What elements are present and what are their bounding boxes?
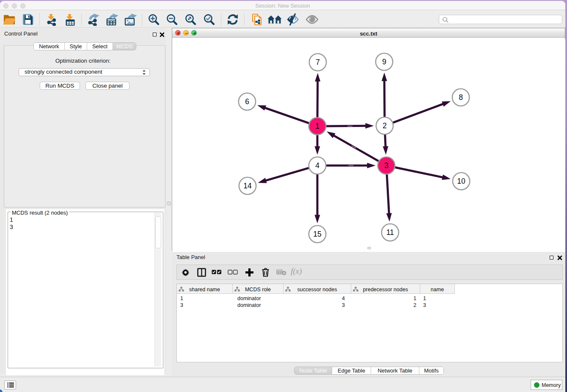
svg-text:7: 7 (316, 58, 320, 66)
svg-text:6: 6 (245, 97, 249, 106)
svg-text:3: 3 (384, 161, 388, 170)
svg-text:14: 14 (243, 182, 252, 190)
svg-text:15: 15 (313, 230, 321, 238)
svg-text:4: 4 (315, 161, 319, 170)
svg-text:10: 10 (457, 177, 465, 185)
svg-text:9: 9 (382, 58, 386, 66)
svg-text:1: 1 (315, 122, 319, 130)
svg-text:11: 11 (386, 228, 394, 237)
svg-text:8: 8 (459, 93, 463, 102)
svg-text:2: 2 (383, 121, 387, 130)
